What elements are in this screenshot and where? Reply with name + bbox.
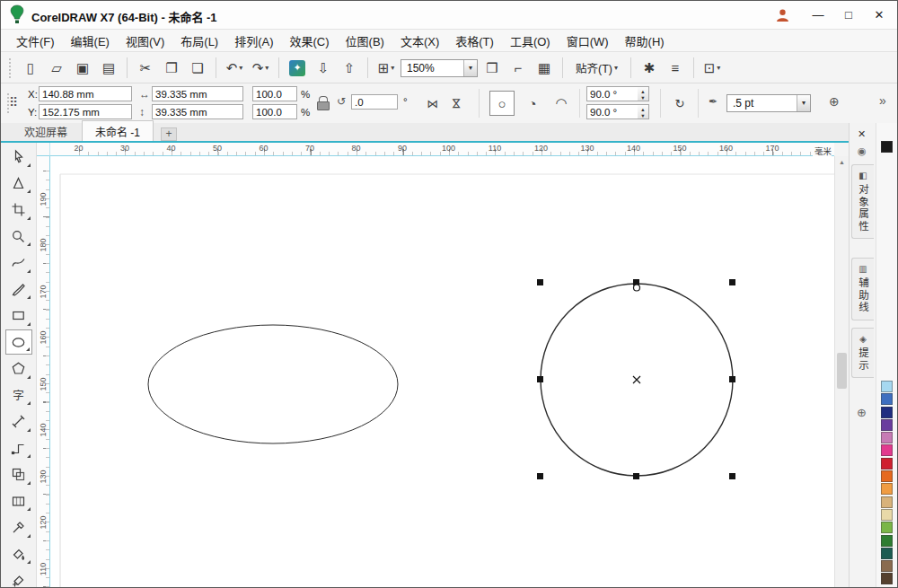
- color-swatch-13[interactable]: [881, 548, 893, 559]
- color-swatch-12[interactable]: [881, 535, 893, 547]
- docker-tab-1[interactable]: ▥辅助线: [851, 258, 874, 320]
- export-button[interactable]: ⇧: [338, 57, 361, 80]
- quick-plus-icon[interactable]: ⊕: [829, 94, 840, 109]
- ellipse-tool[interactable]: [5, 329, 32, 355]
- selection-handle[interactable]: [633, 473, 639, 479]
- scale-y-input[interactable]: 100.0: [252, 104, 297, 119]
- y-position-input[interactable]: 152.175 mm: [39, 104, 132, 119]
- quick-customize-button[interactable]: ⊡▾: [700, 57, 724, 80]
- copy-button[interactable]: ❐: [160, 57, 183, 80]
- show-rulers-button[interactable]: ⌐: [506, 57, 530, 80]
- selection-handle[interactable]: [729, 473, 735, 479]
- menu-item-11[interactable]: 帮助(H): [617, 30, 673, 52]
- mirror-horizontal-button[interactable]: ⋈: [423, 94, 443, 112]
- horizontal-ruler[interactable]: 毫米 2030405060708090100110120130140150160…: [50, 143, 834, 156]
- docker-tab-0[interactable]: ◧对象属性: [851, 164, 874, 239]
- parallel-dimension-tool[interactable]: [5, 409, 32, 434]
- menu-item-1[interactable]: 编辑(E): [63, 30, 118, 52]
- color-swatch-5[interactable]: [881, 444, 893, 456]
- document-tab-1[interactable]: 未命名 -1: [82, 120, 154, 141]
- pick-tool[interactable]: [5, 145, 32, 170]
- save-button[interactable]: ▣: [71, 57, 94, 80]
- menu-item-9[interactable]: 工具(O): [502, 30, 559, 52]
- chevron-down-icon[interactable]: ▾: [463, 60, 477, 76]
- color-swatch-0[interactable]: [881, 381, 893, 392]
- vertical-scrollbar[interactable]: ▲: [834, 156, 849, 587]
- polygon-tool[interactable]: [5, 356, 32, 382]
- ellipse-mode-button[interactable]: ○: [489, 91, 515, 116]
- menu-item-3[interactable]: 布局(L): [172, 30, 226, 52]
- user-account-icon[interactable]: [775, 8, 790, 23]
- show-grid-button[interactable]: ▦: [533, 57, 556, 80]
- overflow-icon[interactable]: »: [879, 93, 886, 108]
- maximize-button[interactable]: □: [833, 1, 864, 28]
- new-document-button[interactable]: ▯: [19, 57, 42, 80]
- end-angle-input[interactable]: 90.0 °: [586, 104, 638, 119]
- redo-button[interactable]: ↷▾: [249, 57, 272, 80]
- close-button[interactable]: ✕: [864, 1, 894, 28]
- object-height-input[interactable]: 39.335 mm: [152, 104, 243, 119]
- menu-item-6[interactable]: 位图(B): [338, 30, 392, 52]
- arc-mode-button[interactable]: ◠: [549, 91, 574, 116]
- color-eyedropper-tool[interactable]: [5, 515, 32, 540]
- cut-button[interactable]: ✂: [134, 57, 157, 80]
- drawn-ellipse[interactable]: [148, 325, 398, 443]
- crop-tool[interactable]: [5, 197, 32, 223]
- undo-button[interactable]: ↶▾: [223, 57, 246, 80]
- color-swatch-2[interactable]: [881, 407, 893, 418]
- black-swatch[interactable]: [881, 141, 893, 153]
- menu-item-10[interactable]: 窗口(W): [559, 30, 617, 52]
- color-swatch-10[interactable]: [881, 509, 893, 521]
- zoom-tool[interactable]: [5, 224, 32, 249]
- snap-to-dropdown[interactable]: 贴齐(T)▾: [569, 57, 624, 79]
- options-button[interactable]: ✱: [638, 57, 661, 80]
- start-angle-input[interactable]: 90.0 °: [586, 86, 638, 101]
- toolbar-grip[interactable]: [9, 58, 14, 78]
- selection-handle[interactable]: [537, 279, 543, 285]
- palette-plus-icon[interactable]: ⊕: [857, 406, 867, 419]
- mirror-vertical-button[interactable]: ⋈: [446, 94, 466, 112]
- new-tab-button[interactable]: +: [161, 127, 177, 141]
- object-width-input[interactable]: 39.335 mm: [152, 86, 243, 101]
- shape-tool[interactable]: [5, 171, 32, 196]
- docker-tab-2[interactable]: ◈提示: [851, 328, 874, 378]
- selection-handle[interactable]: [537, 376, 543, 382]
- color-swatch-9[interactable]: [881, 496, 893, 508]
- selection-handle[interactable]: [537, 473, 543, 479]
- color-swatch-8[interactable]: [881, 483, 893, 495]
- color-swatch-11[interactable]: [881, 522, 893, 533]
- minimize-button[interactable]: —: [803, 1, 833, 28]
- color-swatch-1[interactable]: [881, 393, 893, 405]
- drawing-canvas[interactable]: [50, 156, 834, 588]
- color-swatch-7[interactable]: [881, 470, 893, 482]
- print-button[interactable]: ▤: [97, 57, 120, 80]
- interactive-fill-tool[interactable]: [5, 541, 32, 566]
- node-indicator[interactable]: [634, 285, 640, 291]
- scrollbar-thumb[interactable]: [837, 353, 847, 389]
- rotation-angle-input[interactable]: .0: [351, 94, 398, 110]
- rectangle-tool[interactable]: [5, 303, 32, 329]
- menu-item-7[interactable]: 文本(X): [392, 30, 447, 52]
- change-direction-button[interactable]: ↻: [669, 93, 691, 113]
- start-angle-spinner[interactable]: ▴▾: [638, 86, 649, 101]
- fullscreen-preview-button[interactable]: ❒: [480, 57, 504, 80]
- color-swatch-15[interactable]: [881, 573, 893, 584]
- outline-width-select[interactable]: .5 pt ▾: [726, 94, 811, 112]
- menu-item-5[interactable]: 效果(C): [282, 30, 338, 52]
- color-swatch-14[interactable]: [881, 560, 893, 572]
- menu-item-2[interactable]: 视图(V): [118, 30, 172, 52]
- color-swatch-3[interactable]: [881, 419, 893, 431]
- document-tab-0[interactable]: 欢迎屏幕: [12, 121, 80, 141]
- open-button[interactable]: ▱: [45, 57, 68, 80]
- vertical-ruler[interactable]: 190180170160150140130120110: [37, 156, 50, 588]
- scroll-up-icon[interactable]: ▲: [839, 159, 845, 165]
- import-button[interactable]: ⇩: [312, 57, 335, 80]
- search-content-button[interactable]: ✦: [286, 57, 309, 80]
- app-launcher-button[interactable]: ⊞▾: [374, 57, 398, 80]
- text-tool[interactable]: 字: [5, 382, 32, 408]
- customize-button[interactable]: ≡: [664, 57, 687, 80]
- pie-mode-button[interactable]: ◔: [520, 91, 545, 116]
- artistic-media-tool[interactable]: [5, 276, 32, 302]
- transparency-tool[interactable]: [5, 488, 32, 513]
- end-angle-spinner[interactable]: ▴▾: [638, 104, 649, 119]
